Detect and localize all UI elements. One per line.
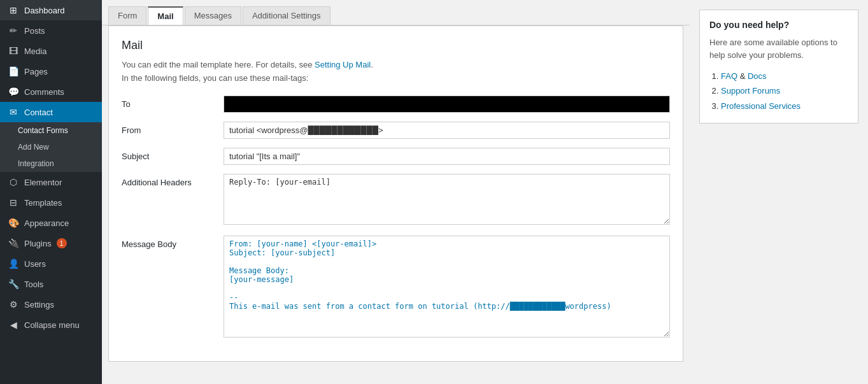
professional-services-link[interactable]: Professional Services <box>721 101 800 111</box>
help-title: Do you need help? <box>709 20 848 30</box>
message-body-textarea[interactable] <box>224 236 670 338</box>
sidebar-item-media[interactable]: 🎞 Media <box>0 41 102 61</box>
tabs-bar: Form Mail Messages Additional Settings <box>102 0 690 25</box>
message-body-label: Message Body <box>122 236 224 249</box>
to-label: To <box>122 96 224 109</box>
help-sidebar: Do you need help? Here are some availabl… <box>690 0 868 384</box>
sidebar-item-users[interactable]: 👤 Users <box>0 253 102 274</box>
media-icon: 🎞 <box>8 46 19 56</box>
faq-link[interactable]: FAQ <box>721 71 737 81</box>
from-field-row: From <box>122 122 670 139</box>
from-input-wrap <box>224 122 670 139</box>
sidebar-item-plugins[interactable]: 🔌 Plugins 1 <box>0 233 102 253</box>
sidebar-item-collapse[interactable]: ◀ Collapse menu <box>0 315 102 335</box>
from-label: From <box>122 122 224 135</box>
comments-icon: 💬 <box>8 87 19 97</box>
setting-up-mail-link[interactable]: Setting Up Mail <box>315 60 371 69</box>
sidebar-item-integration[interactable]: Integration <box>0 155 102 172</box>
tab-messages[interactable]: Messages <box>185 6 241 25</box>
sidebar-item-tools[interactable]: 🔧 Tools <box>0 274 102 294</box>
settings-icon: ⚙ <box>8 299 19 309</box>
sidebar-item-contact[interactable]: ✉ Contact <box>0 102 102 122</box>
to-input-wrap <box>224 96 670 113</box>
help-item-3: Professional Services <box>721 99 848 113</box>
mail-description: You can edit the mail template here. For… <box>122 59 670 85</box>
tab-mail[interactable]: Mail <box>148 6 183 25</box>
plugins-icon: 🔌 <box>8 238 19 248</box>
additional-headers-input-wrap <box>224 174 670 227</box>
additional-headers-label: Additional Headers <box>122 174 224 187</box>
appearance-icon: 🎨 <box>8 218 19 228</box>
tab-additional-settings[interactable]: Additional Settings <box>243 6 331 25</box>
additional-headers-row: Additional Headers <box>122 174 670 227</box>
help-list: FAQ & Docs Support Forums Professional S… <box>709 69 848 113</box>
to-field-row: To <box>122 96 670 113</box>
plugins-badge: 1 <box>57 238 67 248</box>
elementor-icon: ⬡ <box>8 177 19 187</box>
contact-icon: ✉ <box>8 107 19 117</box>
templates-icon: ⊟ <box>8 197 19 208</box>
docs-link[interactable]: Docs <box>748 71 767 81</box>
contact-submenu: Contact Forms Add New Integration <box>0 122 102 172</box>
dashboard-icon: ⊞ <box>8 5 19 15</box>
collapse-icon: ◀ <box>8 320 19 330</box>
main-area: Form Mail Messages Additional Settings M… <box>102 0 868 384</box>
users-icon: 👤 <box>8 259 19 269</box>
sidebar: ⊞ Dashboard ✏ Posts 🎞 Media 📄 Pages 💬 Co… <box>0 0 102 384</box>
to-input[interactable] <box>224 96 670 113</box>
sidebar-item-comments[interactable]: 💬 Comments <box>0 82 102 102</box>
sidebar-item-posts[interactable]: ✏ Posts <box>0 20 102 41</box>
subject-input-wrap <box>224 148 670 165</box>
tab-form[interactable]: Form <box>108 6 146 25</box>
sidebar-item-settings[interactable]: ⚙ Settings <box>0 294 102 315</box>
additional-headers-textarea[interactable] <box>224 174 670 225</box>
help-description: Here are some available options to help … <box>709 36 848 61</box>
sidebar-item-contact-forms[interactable]: Contact Forms <box>0 122 102 139</box>
help-item-1: FAQ & Docs <box>721 69 848 83</box>
subject-label: Subject <box>122 148 224 161</box>
sidebar-item-pages[interactable]: 📄 Pages <box>0 61 102 82</box>
mail-form-container: Mail You can edit the mail template here… <box>108 25 683 362</box>
sidebar-item-add-new[interactable]: Add New <box>0 139 102 155</box>
sidebar-item-elementor[interactable]: ⬡ Elementor <box>0 172 102 192</box>
pages-icon: 📄 <box>8 66 19 76</box>
mail-title: Mail <box>122 39 670 52</box>
content-area: Form Mail Messages Additional Settings M… <box>102 0 690 384</box>
help-item-2: Support Forums <box>721 83 848 98</box>
support-forums-link[interactable]: Support Forums <box>721 86 780 96</box>
subject-field-row: Subject <box>122 148 670 165</box>
posts-icon: ✏ <box>8 25 19 36</box>
message-body-input-wrap <box>224 236 670 339</box>
message-body-row: Message Body <box>122 236 670 339</box>
help-box: Do you need help? Here are some availabl… <box>699 10 858 124</box>
tools-icon: 🔧 <box>8 279 19 289</box>
from-input[interactable] <box>224 122 670 139</box>
sidebar-item-dashboard[interactable]: ⊞ Dashboard <box>0 0 102 20</box>
sidebar-item-templates[interactable]: ⊟ Templates <box>0 192 102 213</box>
sidebar-item-appearance[interactable]: 🎨 Appearance <box>0 213 102 233</box>
subject-input[interactable] <box>224 148 670 165</box>
